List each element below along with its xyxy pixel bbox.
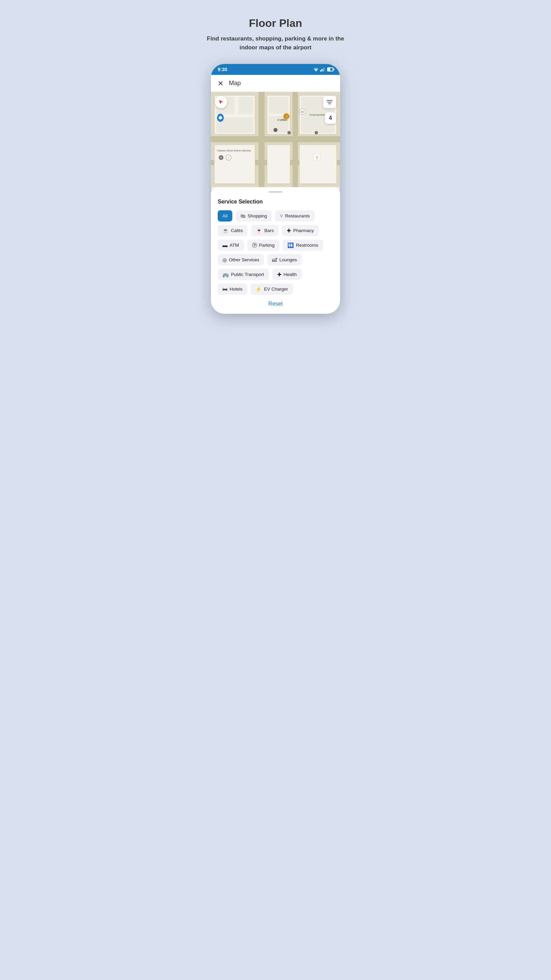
page-wrapper: Floor Plan Find restaurants, shopping, p… xyxy=(191,14,360,314)
chip-icon-bars: 🍷 xyxy=(256,228,262,233)
chip-label-parking: Parking xyxy=(259,243,275,248)
map-filter-button[interactable] xyxy=(323,96,336,108)
chip-icon-atm: ▬ xyxy=(222,243,227,248)
svg-rect-8 xyxy=(211,136,340,142)
app-header: ✕ Map xyxy=(211,75,340,92)
filter-chip-restaurants[interactable]: ⑂Restaurants xyxy=(275,210,314,221)
svg-rect-3 xyxy=(320,70,321,72)
status-icons xyxy=(313,67,333,72)
chip-label-health: Health xyxy=(284,272,297,277)
filter-icon xyxy=(327,99,333,105)
battery-icon xyxy=(327,67,333,72)
poi-pin-gray xyxy=(219,155,224,160)
chip-icon-parking: Ⓟ xyxy=(252,243,257,248)
chip-label-bars: Bars xyxy=(264,228,274,233)
chip-label-restrooms: Restrooms xyxy=(296,243,318,248)
chip-icon-health: ✚ xyxy=(277,272,282,277)
filter-chip-parking[interactable]: ⓅParking xyxy=(247,240,279,251)
chip-label-cafes: Cafés xyxy=(231,228,243,233)
svg-text:?: ? xyxy=(227,156,229,159)
filter-chip-public-transport[interactable]: 🚌Public Transport xyxy=(218,269,269,280)
page-title: Floor Plan xyxy=(249,17,302,30)
phone-frame: 9:30 xyxy=(211,64,340,314)
svg-point-29 xyxy=(220,156,222,159)
chip-icon-restaurants: ⑂ xyxy=(280,213,283,218)
signal-icon xyxy=(320,67,325,72)
section-title: Service Selection xyxy=(218,199,333,205)
filter-chip-ev-charger[interactable]: ⚡EV Charger xyxy=(251,283,293,295)
chip-label-restaurants: Restaurants xyxy=(285,213,310,218)
svg-text:🍴: 🍴 xyxy=(285,115,289,119)
header-title: Map xyxy=(229,80,241,87)
map-area[interactable]: Kinderspielflächen 4 URBS 🍴 Classic-Shoe… xyxy=(211,92,340,187)
filter-grid: All🛍Shopping⑂Restaurants☕Cafés🍷Bars✚Phar… xyxy=(218,210,333,295)
status-bar: 9:30 xyxy=(211,64,340,75)
svg-rect-10 xyxy=(292,92,298,187)
location-button[interactable] xyxy=(215,96,227,108)
filter-chip-restrooms[interactable]: 🚻Restrooms xyxy=(283,240,323,251)
floor-button[interactable]: 4 xyxy=(325,112,336,124)
chip-icon-cafes: ☕ xyxy=(222,228,229,233)
poi-hotel-icon: H xyxy=(299,108,305,115)
map-filter-icon-2: ▽ xyxy=(314,154,320,160)
chip-label-ev-charger: EV Charger xyxy=(264,286,288,292)
filter-chip-atm[interactable]: ▬ATM xyxy=(218,240,244,251)
chip-icon-lounges: 🛋 xyxy=(272,257,277,262)
chip-icon-ev-charger: ⚡ xyxy=(256,286,262,292)
svg-rect-22 xyxy=(267,145,290,184)
poi-dot-2 xyxy=(314,131,318,134)
poi-dot-1 xyxy=(287,131,291,134)
close-button[interactable]: ✕ xyxy=(218,80,224,87)
svg-rect-6 xyxy=(324,67,325,72)
chip-icon-public-transport: 🚌 xyxy=(222,272,229,277)
chip-icon-restrooms: 🚻 xyxy=(287,243,294,248)
filter-chip-cafes[interactable]: ☕Cafés xyxy=(218,225,248,236)
chip-label-hotels: Hotels xyxy=(230,286,243,292)
filter-chip-lounges[interactable]: 🛋Lounges xyxy=(267,254,302,266)
svg-point-33 xyxy=(219,116,222,119)
svg-rect-17 xyxy=(269,97,288,114)
svg-text:H: H xyxy=(301,110,304,114)
reset-button[interactable]: Reset xyxy=(218,301,333,307)
wifi-icon xyxy=(313,67,319,72)
svg-rect-14 xyxy=(238,97,253,114)
chip-label-shopping: Shopping xyxy=(248,213,267,218)
svg-text:Classic-Shoe-Shine-Service: Classic-Shoe-Shine-Service xyxy=(217,149,251,152)
svg-rect-4 xyxy=(321,69,322,72)
chip-icon-shopping: 🛍 xyxy=(240,213,246,218)
poi-pin-blue xyxy=(217,114,224,122)
sheet-handle xyxy=(269,191,282,192)
svg-rect-5 xyxy=(323,68,324,72)
chip-label-all: All xyxy=(222,213,227,218)
svg-rect-23 xyxy=(299,145,337,184)
chip-label-atm: ATM xyxy=(230,243,239,248)
map-svg: Kinderspielflächen 4 URBS 🍴 Classic-Shoe… xyxy=(211,92,340,187)
filter-chip-health[interactable]: ✚Health xyxy=(272,269,302,280)
bottom-sheet: Service Selection All🛍Shopping⑂Restauran… xyxy=(211,187,340,314)
status-time: 9:30 xyxy=(218,67,227,72)
svg-marker-2 xyxy=(315,70,317,72)
chip-label-pharmacy: Pharmacy xyxy=(293,228,314,233)
chip-label-lounges: Lounges xyxy=(279,257,297,262)
location-icon xyxy=(218,99,224,105)
poi-pin-urbs: 🍴 xyxy=(283,113,289,119)
chip-icon-other-services: ◎ xyxy=(222,257,227,262)
chip-label-other-services: Other Services xyxy=(229,257,259,262)
filter-chip-bars[interactable]: 🍷Bars xyxy=(251,225,279,236)
filter-chip-other-services[interactable]: ◎Other Services xyxy=(218,254,264,266)
poi-dot-3 xyxy=(273,128,278,132)
svg-rect-9 xyxy=(259,92,265,187)
chip-icon-pharmacy: ✚ xyxy=(287,228,291,233)
svg-text:▽: ▽ xyxy=(316,156,319,159)
svg-marker-43 xyxy=(219,100,223,104)
page-subtitle: Find restaurants, shopping, parking & mo… xyxy=(191,34,360,52)
poi-pin-question: ? xyxy=(226,155,231,160)
filter-chip-pharmacy[interactable]: ✚Pharmacy xyxy=(282,225,319,236)
filter-chip-all[interactable]: All xyxy=(218,210,232,221)
chip-label-public-transport: Public Transport xyxy=(231,272,264,277)
chip-icon-hotels: 🛏 xyxy=(222,286,227,292)
filter-chip-hotels[interactable]: 🛏Hotels xyxy=(218,283,247,295)
filter-chip-shopping[interactable]: 🛍Shopping xyxy=(236,210,272,221)
